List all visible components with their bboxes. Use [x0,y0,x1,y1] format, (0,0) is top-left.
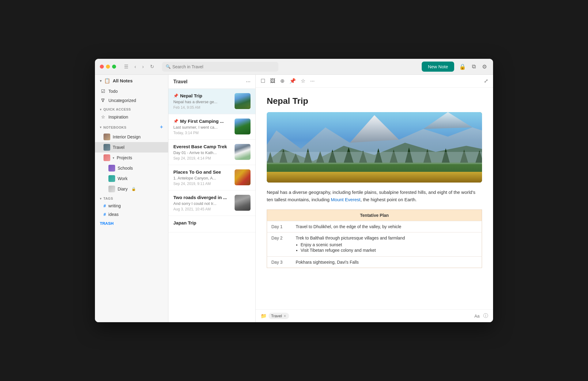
editor-toolbar: ☐ 🖼 ⊕ 📌 ☆ ··· ⤢ [256,75,493,88]
note-title: Nepal Trip [180,93,202,98]
sidebar-item-inspiration[interactable]: ☆ Inspiration [95,112,168,122]
info-button[interactable]: ⓘ [483,313,488,319]
notes-list-title: Travel [173,79,246,85]
notes-list: Travel ··· 📌 Nepal Trip Nepal has a dive… [168,75,256,322]
filter-icon: ∇ [100,98,106,103]
travel-tag-chip: Travel × [269,313,289,319]
note-item-roads[interactable]: Two roads diverged in ... And sorry I co… [168,190,255,216]
note-item-everest[interactable]: Everest Base Camp Trek Day 01 - Arrive t… [168,140,255,165]
notebooks-label: NOTEBOOKS [104,126,126,129]
back-button[interactable]: ‹ [133,63,138,70]
day-3-content: Pokhara sightseeing, Davi's Falls [292,257,482,268]
sidebar-item-schools[interactable]: Schools [95,163,168,173]
settings-icon[interactable]: ⚙ [481,62,488,71]
editor-content: Nepal Trip [256,88,493,309]
checkbox-icon[interactable]: ☐ [261,78,265,84]
sidebar-item-diary[interactable]: Diary 🔒 [95,184,168,194]
table-row: Day 1 Travel to Dhulikhel, on the edge o… [267,221,482,232]
note-thumbnail-2 [235,119,251,134]
svg-rect-22 [267,152,482,164]
note-title-row-3: Everest Base Camp Trek [173,144,231,149]
sidebar-item-work[interactable]: Work [95,173,168,184]
close-button[interactable] [100,65,104,69]
image-icon[interactable]: 🖼 [270,78,275,84]
note-item-content-6: Japan Trip [173,220,251,228]
expand-icon[interactable]: ⤢ [484,78,488,84]
sidebar-item-interior-design[interactable]: Interior Design [95,132,168,142]
diary-lock-icon: 🔒 [131,187,136,191]
sidebar: ▾ 📋 All Notes ☑ Todo ∇ Uncategorized ▾ Q… [95,75,168,322]
tags-label: TAGS [104,197,113,200]
folder-icon: 📁 [261,313,267,319]
editor-footer: 📁 Travel × Aa ⓘ [256,309,493,322]
editor-title: Nepal Trip [267,96,482,106]
svg-rect-21 [267,172,482,183]
sidebar-item-todo[interactable]: ☑ Todo [95,87,168,96]
notebooks-header: ▾ NOTEBOOKS + [95,122,168,132]
note-thumbnail-3 [235,144,251,160]
note-thumbnail-4 [235,169,251,185]
forward-button[interactable]: › [140,63,145,70]
lock-icon[interactable]: 🔒 [458,62,467,71]
note-title-5: Two roads diverged in ... [173,195,227,200]
traffic-lights [100,65,116,69]
note-editor: ☐ 🖼 ⊕ 📌 ☆ ··· ⤢ Nepal Trip [256,75,493,322]
day-2-content: Trek to Balthali through picturesque vil… [292,232,482,257]
star-icon: ☆ [100,114,106,120]
note-item-japan[interactable]: Japan Trip [168,216,255,232]
notes-list-menu-button[interactable]: ··· [246,78,251,85]
note-item-camping[interactable]: 📌 My First Camping ... Last summer, I we… [168,114,255,140]
day-1-cell: Day 1 [267,221,292,232]
new-note-button[interactable]: New Note [422,62,454,72]
note-preview-4: 1. Antelope Canyon, A... [173,176,231,180]
titlebar: ☰ ‹ › ↻ 🔍 New Note 🔒 ⧉ ⚙ [95,59,493,75]
note-preview: Nepal has a diverse ge... [173,100,231,104]
interior-design-thumb [104,134,110,140]
sidebar-item-travel[interactable]: Travel [95,142,168,153]
mount-everest-link[interactable]: Mount Everest [331,197,360,202]
notes-list-header: Travel ··· [168,75,255,89]
search-icon: 🔍 [166,64,171,69]
sidebar-item-writing[interactable]: # writing [95,202,168,210]
tag-chip-close-button[interactable]: × [284,314,286,318]
note-title-row-2: 📌 My First Camping ... [173,119,231,124]
note-item-nepal-trip[interactable]: 📌 Nepal Trip Nepal has a diverse ge... F… [168,89,255,114]
note-title-3: Everest Base Camp Trek [173,144,227,149]
writing-tag-label: writing [108,203,121,208]
sidebar-item-uncategorized[interactable]: ∇ Uncategorized [95,96,168,105]
quick-access-header: ▾ QUICK ACCESS [95,105,168,112]
maximize-button[interactable] [112,65,116,69]
footer-left: 📁 Travel × [261,313,289,319]
all-notes-label[interactable]: All Notes [113,78,133,83]
hamburger-button[interactable]: ☰ [122,63,130,70]
add-circle-icon[interactable]: ⊕ [280,78,285,84]
font-size-button[interactable]: Aa [474,314,480,319]
day-1-content: Travel to Dhulikhel, on the edge of the … [292,221,482,232]
note-item-places[interactable]: Places To Go and See 1. Antelope Canyon,… [168,165,255,190]
bullet-item: Enjoy a scenic sunset [301,242,478,247]
trash-item[interactable]: TRASH [95,219,168,228]
todo-icon: ☑ [100,89,106,94]
quick-access-chevron[interactable]: ▾ [100,108,102,111]
star-toolbar-icon[interactable]: ☆ [301,78,305,84]
sidebar-item-projects[interactable]: ▾ Projects [95,153,168,163]
add-notebook-button[interactable]: + [160,124,163,130]
notebooks-chevron[interactable]: ▾ [100,126,102,129]
all-notes-chevron[interactable]: ▾ [100,79,102,83]
note-date: Feb 14, 9:05 AM [173,105,231,110]
note-thumbnail [235,93,251,109]
note-title-6: Japan Trip [173,220,196,225]
note-item-content-5: Two roads diverged in ... And sorry I co… [173,195,231,211]
main-content: ▾ 📋 All Notes ☑ Todo ∇ Uncategorized ▾ Q… [95,75,493,322]
more-options-icon[interactable]: ··· [310,78,315,84]
search-input[interactable] [172,64,275,69]
quick-access-label: QUICK ACCESS [104,108,131,111]
duplicate-icon[interactable]: ⧉ [471,62,477,71]
minimize-button[interactable] [106,65,110,69]
note-preview-3: Day 01 - Arrive to Kath... [173,150,231,155]
refresh-button[interactable]: ↻ [148,63,156,70]
sidebar-item-ideas[interactable]: # ideas [95,210,168,219]
tags-chevron[interactable]: ▾ [100,197,102,200]
pin-toolbar-icon[interactable]: 📌 [289,78,296,84]
projects-thumb [104,154,110,161]
